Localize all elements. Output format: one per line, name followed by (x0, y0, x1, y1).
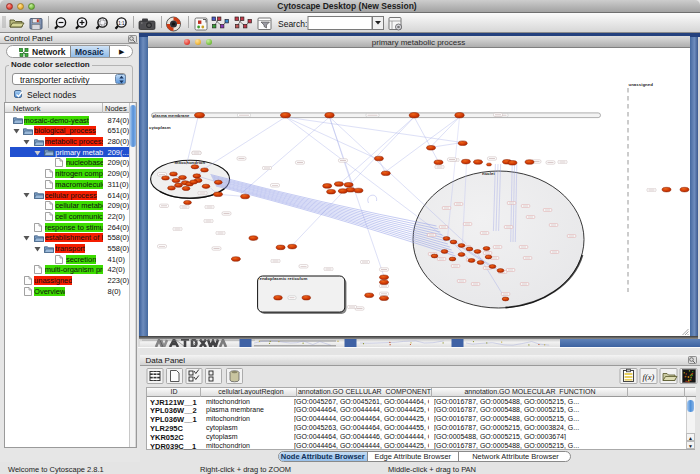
svg-text:cytoplasm: cytoplasm (149, 125, 171, 130)
svg-text:f(x): f(x) (643, 372, 655, 382)
svg-text:Search:: Search: (278, 18, 307, 28)
svg-text:unassigned: unassigned (628, 82, 653, 87)
svg-text:mitochondrion: mitochondrion (174, 160, 205, 165)
svg-text:endoplasmic reticulum: endoplasmic reticulum (259, 276, 307, 281)
svg-text:1:1: 1:1 (118, 20, 125, 25)
svg-text:plasma membrane: plasma membrane (152, 113, 189, 118)
svg-text:nuclei: nuclei (482, 171, 495, 176)
